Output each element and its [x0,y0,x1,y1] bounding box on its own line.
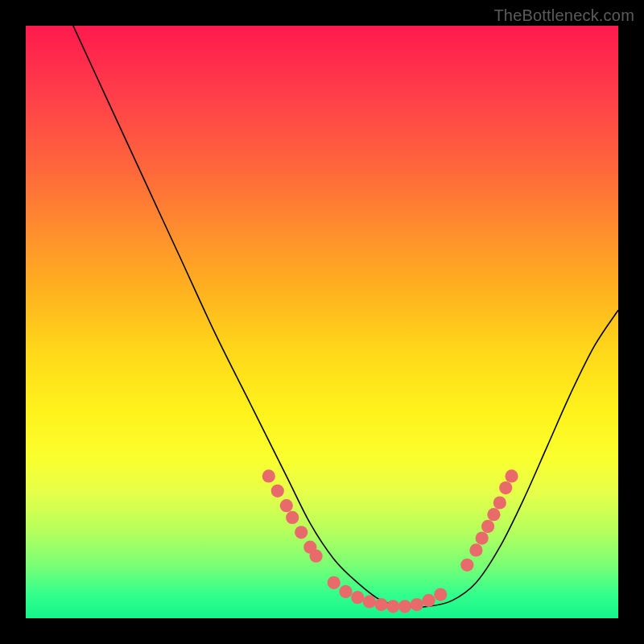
marker-dot [476,532,489,545]
marker-dot [487,508,500,521]
marker-dot [310,550,323,563]
marker-dot [363,595,376,608]
marker-dot [339,585,352,598]
marker-dot [469,543,482,556]
marker-dot [422,594,435,607]
marker-dot [493,496,506,509]
marker-dot [434,588,447,601]
marker-dot [328,576,341,589]
marker-dot [375,598,388,611]
watermark-text: TheBottleneck.com [493,6,634,25]
marker-dot [351,591,364,604]
marker-dot [271,485,284,497]
marker-dot [262,469,275,482]
marker-dot [398,600,411,613]
plot-area [26,26,618,618]
marker-dot [411,598,423,611]
marker-dot [386,600,399,613]
marker-dot [280,499,293,512]
marker-dot [286,511,299,524]
marker-dot [295,526,308,539]
marker-dot [505,469,518,482]
marker-dot [481,520,494,533]
marker-dot [460,559,473,572]
curve-svg [26,26,618,618]
bottleneck-curve [73,26,618,607]
marker-dots [262,469,518,613]
marker-dot [499,481,512,494]
chart-frame: TheBottleneck.com [0,0,644,644]
